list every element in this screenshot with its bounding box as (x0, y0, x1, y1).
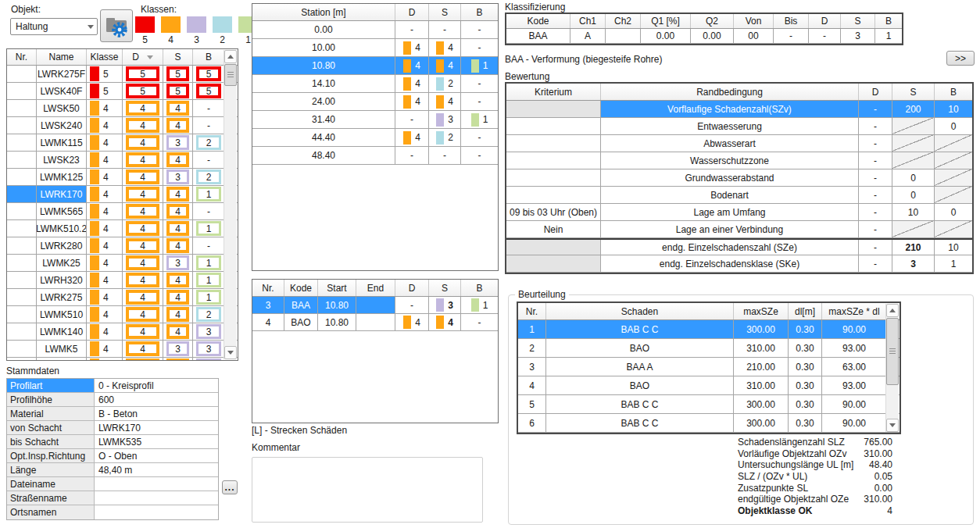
column-header-klasse[interactable]: Klasse (87, 49, 123, 65)
table-row[interactable]: LWSK40F5555 (7, 83, 238, 100)
table-row[interactable]: endg. Einzelschadenszahl (SZe)-21010 (506, 238, 972, 255)
column-header-s[interactable]: S (841, 14, 875, 28)
table-row[interactable]: Grundwasserabstand-0 (506, 169, 972, 187)
table-row[interactable]: LWSK50444- (7, 100, 238, 117)
table-row[interactable]: 4443 (7, 358, 238, 361)
table-row[interactable]: Ortsnamen (7, 505, 218, 519)
table-row[interactable]: Bodenart-0 (506, 187, 972, 204)
column-header-q1[interactable]: Q1 [%] (641, 14, 691, 28)
column-header-d[interactable]: D (395, 280, 429, 296)
column-header-s[interactable]: S (429, 280, 461, 296)
column-header-nr[interactable]: Nr. (7, 49, 37, 65)
column-header-bis[interactable]: Bis (774, 14, 809, 28)
table-row[interactable]: von SchachtLWRK170 (7, 421, 218, 435)
table-row[interactable]: LWRK2754441 (7, 289, 238, 306)
table-row[interactable]: Entwaesserung-0 (506, 118, 972, 135)
table-row[interactable]: LWMK565444- (7, 203, 238, 220)
table-row[interactable]: 1BAB C C300.000.3090.00 (518, 320, 900, 339)
column-header-maxsze[interactable]: maxSZe (734, 303, 789, 319)
table-row[interactable]: 4BAO10.8044- (252, 314, 498, 331)
table-row[interactable]: 3BAA A210.000.3063.00 (518, 358, 900, 376)
objekt-dropdown[interactable]: Haltung (10, 18, 98, 35)
table-row[interactable]: 3BAA10.80-31 (252, 297, 498, 314)
column-header-ch2[interactable]: Ch2 (606, 14, 641, 28)
table-row[interactable]: Dateiname (7, 477, 218, 491)
column-header-name[interactable]: Name (37, 49, 87, 65)
column-header-b[interactable]: B (935, 84, 972, 100)
column-header-dl[interactable]: dl[m] (789, 303, 822, 319)
column-header-schaden[interactable]: Schaden (546, 303, 734, 319)
table-row[interactable]: 6BAB C C300.000.3090.00 (518, 414, 900, 433)
table-row[interactable]: LWRK1704441 (7, 186, 238, 203)
column-header-maxsze-dl[interactable]: maxSZe * dl (822, 303, 886, 319)
column-header-d[interactable]: D (123, 49, 163, 65)
scroll-thumb[interactable] (224, 64, 237, 86)
column-header-b[interactable]: B (875, 14, 902, 28)
table-row[interactable]: 31.40-31 (252, 111, 498, 129)
column-header-kode[interactable]: Kode (284, 280, 318, 296)
column-header-d[interactable]: D (395, 4, 429, 20)
browse-button[interactable]: ... (222, 480, 238, 494)
column-header-station[interactable]: Station [m] (252, 4, 395, 20)
column-header-d[interactable]: D (859, 84, 892, 100)
table-row[interactable]: endg. Einzelschadensklase (SKe)-31 (506, 255, 972, 273)
table-row[interactable]: 10.80441 (252, 57, 498, 75)
table-row[interactable]: Straßenname (7, 491, 218, 505)
table-row[interactable]: LWSK23444- (7, 152, 238, 169)
table-row[interactable]: Profilhöhe600 (7, 393, 218, 407)
settings-button[interactable] (100, 9, 133, 42)
column-header-b[interactable]: B (193, 49, 224, 65)
column-header-s[interactable]: S (163, 49, 193, 65)
column-header-b[interactable]: B (461, 280, 498, 296)
table-row[interactable]: bis SchachtLWMK535 (7, 435, 218, 449)
column-header-d[interactable]: D (809, 14, 841, 28)
scroll-up-button[interactable] (886, 304, 899, 317)
column-header-randbedingung[interactable]: Randbedingung (601, 84, 859, 100)
table-row[interactable]: LWMK1254432 (7, 169, 238, 186)
table-row[interactable]: Länge48,40 m (7, 463, 218, 477)
column-header-nr[interactable]: Nr. (252, 280, 284, 296)
column-header-kriterium[interactable]: Kriterium (506, 84, 601, 100)
expand-button[interactable]: >> (946, 51, 975, 66)
column-header-b[interactable]: B (461, 4, 498, 20)
table-row[interactable]: 10.0044- (252, 39, 498, 57)
column-header-nr[interactable]: Nr. (518, 303, 546, 319)
table-row[interactable]: 2BAO310.000.3093.00 (518, 339, 900, 358)
objects-scrollbar[interactable] (224, 50, 237, 359)
kommentar-textarea[interactable] (252, 457, 483, 523)
column-header-s[interactable]: S (429, 4, 461, 20)
table-row[interactable]: 48.40--- (252, 147, 498, 165)
table-row[interactable]: 24.0044- (252, 93, 498, 111)
table-row[interactable]: Opt.Insp.RichtungO - Oben (7, 449, 218, 463)
table-row[interactable]: Abwasserart- (506, 135, 972, 152)
column-header-von[interactable]: Von (734, 14, 774, 28)
table-row[interactable]: LWMK254431 (7, 255, 238, 272)
beurteilung-scrollbar[interactable] (885, 304, 899, 432)
table-row[interactable]: LWRK275F5555 (7, 66, 238, 83)
column-header-start[interactable]: Start (318, 280, 356, 296)
column-header-s[interactable]: S (892, 84, 935, 100)
column-header-kode[interactable]: Kode (506, 14, 570, 28)
table-row[interactable]: 5BAB C C300.000.3090.00 (518, 395, 900, 414)
scroll-down-button[interactable] (224, 346, 237, 359)
table-row[interactable]: LWMK5104442 (7, 306, 238, 323)
table-row[interactable]: Profilart0 - Kreisprofil (7, 379, 218, 393)
column-header-q2[interactable]: Q2 (691, 14, 734, 28)
table-row[interactable]: 44.4042- (252, 129, 498, 147)
table-row[interactable]: 14.1042- (252, 75, 498, 93)
table-row[interactable]: LWMK1154432 (7, 134, 238, 152)
table-row[interactable]: 09 bis 03 Uhr (Oben)Lage am Umfang-100 (506, 204, 972, 221)
scroll-down-button[interactable] (886, 419, 899, 432)
column-header-ch1[interactable]: Ch1 (570, 14, 606, 28)
table-row[interactable]: LWSK240444- (7, 117, 238, 134)
table-row[interactable]: 4BAO310.000.3093.00 (518, 376, 900, 395)
scroll-thumb[interactable] (886, 318, 899, 385)
table-row[interactable]: NeinLage an einer Verbindung- (506, 221, 972, 238)
table-row[interactable]: LWRH3204441 (7, 272, 238, 289)
column-header-end[interactable]: End (356, 280, 395, 296)
table-row[interactable]: BAA A 0.00 0.00 00 - - 3 1 (506, 29, 902, 44)
scroll-up-button[interactable] (224, 50, 237, 63)
table-row[interactable]: LWRK280444- (7, 237, 238, 255)
table-row[interactable]: 0.00--- (252, 21, 498, 39)
table-row[interactable]: LWMK1404443 (7, 323, 238, 341)
